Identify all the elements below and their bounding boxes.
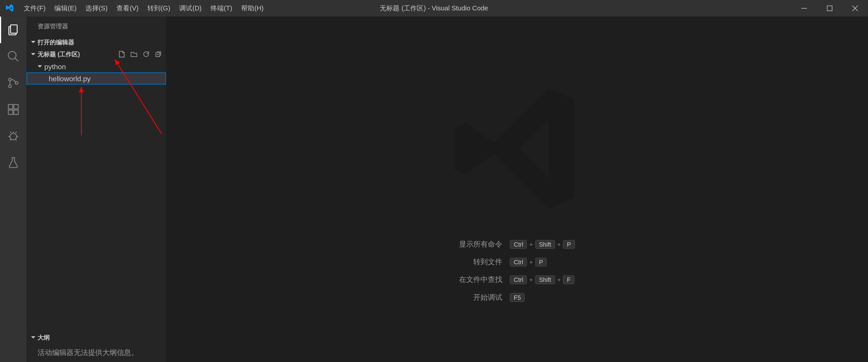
svg-rect-7 [14, 104, 18, 109]
svg-rect-0 [827, 6, 832, 11]
minimize-button[interactable] [792, 0, 817, 17]
activity-explorer[interactable] [0, 17, 27, 43]
activity-bar [0, 17, 27, 362]
file-label: helloworld.py [49, 74, 91, 83]
folder-label: python [44, 62, 66, 71]
svg-rect-6 [8, 104, 13, 109]
chevron-down-icon [35, 64, 44, 69]
editor-area: 显示所有命令 Ctrl+ Shift+ P 转到文件 Ctrl+ P 在文件中查… [166, 17, 868, 362]
shortcut-keys: Ctrl+ Shift+ F [510, 275, 575, 284]
section-label: 大纲 [38, 333, 50, 342]
shortcut-keys: Ctrl+ P [510, 258, 575, 266]
new-folder-icon[interactable] [128, 48, 140, 60]
chevron-down-icon [29, 335, 38, 340]
window-title: 无标题 (工作区) - Visual Studio Code [380, 4, 488, 13]
key: Shift [535, 275, 555, 284]
vscode-watermark-icon [445, 76, 589, 222]
section-label: 无标题 (工作区) [38, 50, 80, 58]
svg-rect-9 [14, 110, 18, 114]
close-button[interactable] [842, 0, 868, 17]
collapse-all-icon[interactable] [153, 48, 164, 60]
vscode-logo [0, 4, 20, 13]
sidebar: 资源管理器 打开的编辑器 无标题 (工作区) [27, 17, 166, 362]
menu-selection[interactable]: 选择(S) [81, 0, 112, 17]
key: F5 [510, 293, 525, 302]
activity-source-control[interactable] [0, 70, 27, 96]
key: F [563, 275, 575, 284]
menu-view[interactable]: 查看(V) [112, 0, 143, 17]
shortcut-label: 转到文件 [459, 257, 502, 267]
section-open-editors[interactable]: 打开的编辑器 [27, 36, 166, 48]
sidebar-title: 资源管理器 [27, 17, 166, 36]
svg-point-3 [9, 78, 11, 81]
key: P [563, 240, 575, 249]
menu-go[interactable]: 转到(G) [143, 0, 175, 17]
section-workspace[interactable]: 无标题 (工作区) [27, 48, 166, 60]
shortcut-label: 开始调试 [459, 292, 502, 302]
activity-test[interactable] [0, 149, 27, 176]
shortcut-keys: Ctrl+ Shift+ P [510, 240, 575, 249]
key: Ctrl [510, 240, 527, 249]
file-tree: python helloworld.py [27, 60, 166, 331]
activity-extensions[interactable] [0, 96, 27, 123]
titlebar: 文件(F) 编辑(E) 选择(S) 查看(V) 转到(G) 调试(D) 终端(T… [0, 0, 868, 17]
tree-file-helloworld[interactable]: helloworld.py [27, 72, 166, 85]
menu-help[interactable]: 帮助(H) [237, 0, 268, 17]
chevron-down-icon [29, 52, 38, 57]
shortcut-keys: F5 [510, 293, 575, 302]
tree-folder-python[interactable]: python [27, 60, 166, 72]
maximize-button[interactable] [817, 0, 842, 17]
svg-point-2 [8, 52, 16, 59]
section-outline[interactable]: 大纲 [27, 331, 166, 343]
chevron-down-icon [29, 39, 38, 45]
shortcut-label: 显示所有命令 [459, 239, 502, 249]
new-file-icon[interactable] [116, 48, 127, 60]
refresh-icon[interactable] [141, 48, 152, 60]
window-controls [792, 0, 868, 17]
svg-point-4 [9, 85, 11, 88]
activity-search[interactable] [0, 43, 27, 70]
menu-debug[interactable]: 调试(D) [175, 0, 206, 17]
key: Ctrl [510, 258, 527, 266]
outline-message: 活动编辑器无法提供大纲信息。 [27, 343, 166, 362]
menu-edit[interactable]: 编辑(E) [50, 0, 81, 17]
menu-file[interactable]: 文件(F) [20, 0, 50, 17]
menu-bar: 文件(F) 编辑(E) 选择(S) 查看(V) 转到(G) 调试(D) 终端(T… [20, 0, 268, 17]
welcome-shortcuts: 显示所有命令 Ctrl+ Shift+ P 转到文件 Ctrl+ P 在文件中查… [459, 239, 575, 302]
svg-point-10 [10, 133, 17, 140]
key: P [535, 258, 547, 266]
shortcut-label: 在文件中查找 [459, 274, 502, 285]
menu-terminal[interactable]: 终端(T) [206, 0, 237, 17]
section-label: 打开的编辑器 [38, 38, 74, 46]
key: Shift [535, 240, 555, 249]
svg-rect-1 [10, 25, 17, 33]
activity-debug[interactable] [0, 123, 27, 149]
svg-rect-8 [8, 110, 13, 114]
key: Ctrl [510, 275, 527, 284]
